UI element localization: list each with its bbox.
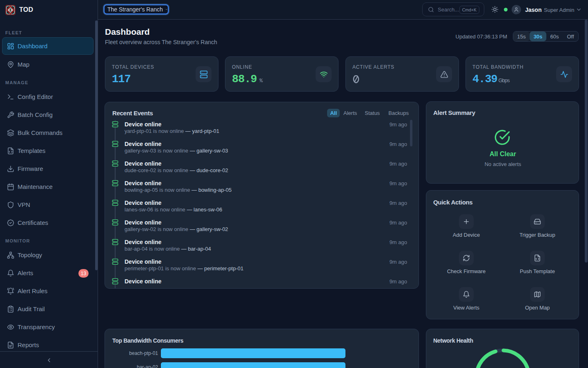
svg-text:98: 98 [495, 366, 510, 368]
